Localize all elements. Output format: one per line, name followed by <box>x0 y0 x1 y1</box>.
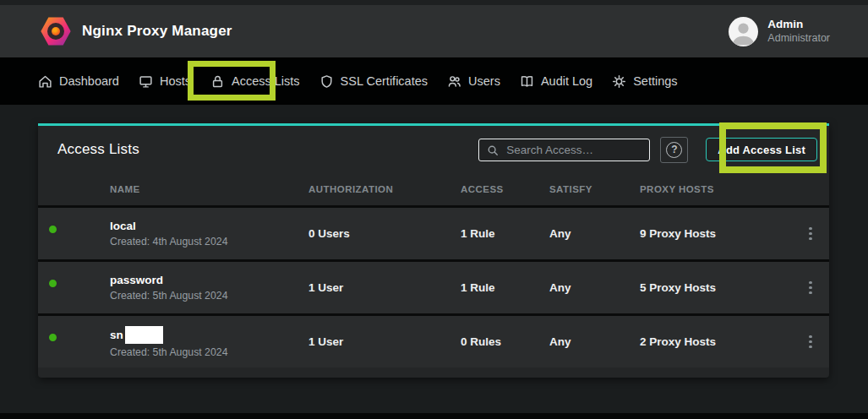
access-cell: 1 Rule <box>461 227 549 240</box>
logo-ring <box>47 23 64 40</box>
window-bottom-edge <box>0 413 868 419</box>
search-box <box>478 139 650 161</box>
panel-title: Access Lists <box>57 141 139 158</box>
redaction-overlay <box>125 326 163 344</box>
row-menu-button[interactable] <box>809 222 811 245</box>
users-icon <box>447 74 461 89</box>
authorization-cell: 1 User <box>308 335 461 348</box>
nav-item-label: Dashboard <box>59 74 119 88</box>
monitor-icon <box>139 74 153 89</box>
name-cell: sn Created: 5th August 2024 <box>110 326 308 358</box>
question-mark-icon: ? <box>666 142 682 158</box>
user-name: Admin <box>767 18 830 32</box>
app-title: Nginx Proxy Manager <box>82 23 232 40</box>
app-logo-icon <box>41 16 71 46</box>
app-window: Nginx Proxy Manager Admin Administrator … <box>0 0 868 419</box>
name-cell: local Created: 4th August 2024 <box>110 220 308 248</box>
nav-item-audit-log[interactable]: Audit Log <box>520 74 592 89</box>
brand[interactable]: Nginx Proxy Manager <box>41 16 232 46</box>
satisfy-cell: Any <box>549 281 640 294</box>
search-input[interactable] <box>479 139 649 161</box>
created-date: Created: 5th August 2024 <box>110 290 308 302</box>
nav-item-label: Audit Log <box>541 74 592 88</box>
row-menu-button[interactable] <box>809 276 811 299</box>
annotation-highlight-access-lists <box>188 61 276 101</box>
nav-item-hosts[interactable]: Hosts <box>139 74 191 89</box>
main-nav: Dashboard Hosts Access Lists SSL Certifi… <box>0 57 868 105</box>
user-menu[interactable]: Admin Administrator <box>729 17 830 46</box>
row-menu-button[interactable] <box>809 330 811 353</box>
authorization-cell: 0 Users <box>308 227 461 240</box>
search-icon <box>487 144 499 156</box>
access-list-name: password <box>110 274 308 287</box>
col-header-access: ACCESS <box>461 184 549 194</box>
created-date: Created: 4th August 2024 <box>110 236 308 248</box>
proxy-hosts-cell: 9 Proxy Hosts <box>640 227 792 240</box>
online-status-dot <box>47 224 58 235</box>
table-row[interactable]: sn Created: 5th August 2024 1 User 0 Rul… <box>38 313 829 367</box>
user-avatar <box>729 17 758 46</box>
col-header-authorization: AUTHORIZATION <box>308 184 461 194</box>
col-header-satisfy: SATISFY <box>549 184 640 194</box>
online-status-dot <box>47 278 58 289</box>
help-button[interactable]: ? <box>660 137 688 163</box>
access-lists-panel: Access Lists ? Add Access List NAME AUTH… <box>38 123 829 378</box>
authorization-cell: 1 User <box>308 281 461 294</box>
nav-item-label: SSL Certificates <box>341 74 428 88</box>
home-icon <box>38 74 52 89</box>
access-list-name: local <box>110 220 308 233</box>
nav-item-dashboard[interactable]: Dashboard <box>38 74 119 89</box>
satisfy-cell: Any <box>549 335 640 348</box>
online-status-dot <box>47 332 58 343</box>
nav-item-ssl-certificates[interactable]: SSL Certificates <box>319 74 428 89</box>
name-cell: password Created: 5th August 2024 <box>110 274 308 302</box>
table-row[interactable]: password Created: 5th August 2024 1 User… <box>38 259 829 313</box>
satisfy-cell: Any <box>549 227 640 240</box>
table-header-row: NAME AUTHORIZATION ACCESS SATISFY PROXY … <box>38 173 829 205</box>
user-meta: Admin Administrator <box>767 17 830 46</box>
nav-item-settings[interactable]: Settings <box>612 74 677 89</box>
user-role: Administrator <box>767 32 830 46</box>
access-cell: 0 Rules <box>461 335 549 348</box>
created-date: Created: 5th August 2024 <box>110 346 308 358</box>
topbar: Nginx Proxy Manager Admin Administrator <box>0 0 868 57</box>
annotation-highlight-add-access-list <box>719 122 827 173</box>
col-header-name: NAME <box>110 184 308 194</box>
access-list-name: sn <box>110 326 308 344</box>
access-cell: 1 Rule <box>461 281 549 294</box>
proxy-hosts-cell: 5 Proxy Hosts <box>640 281 792 294</box>
nav-item-label: Hosts <box>160 74 191 88</box>
proxy-hosts-cell: 2 Proxy Hosts <box>640 335 792 348</box>
panel-header: Access Lists ? Add Access List <box>38 126 829 173</box>
shield-icon <box>319 74 334 89</box>
table-row[interactable]: local Created: 4th August 2024 0 Users 1… <box>38 205 829 259</box>
gear-icon <box>612 74 626 89</box>
book-icon <box>520 74 534 89</box>
nav-item-label: Users <box>468 74 500 88</box>
logo-core <box>52 27 60 35</box>
nav-item-label: Settings <box>633 74 677 88</box>
col-header-proxy-hosts: PROXY HOSTS <box>640 184 792 194</box>
nav-item-users[interactable]: Users <box>447 74 500 89</box>
